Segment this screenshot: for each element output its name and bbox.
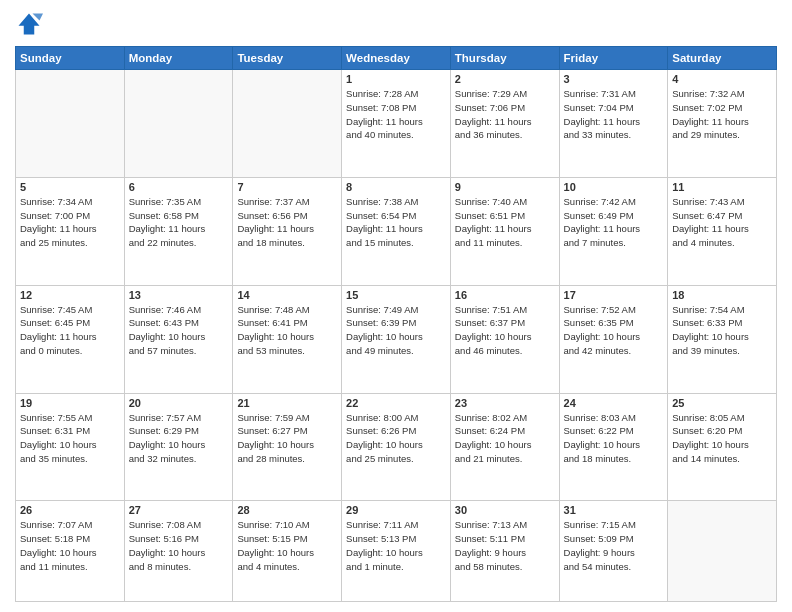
logo-icon: [15, 10, 43, 38]
page: SundayMondayTuesdayWednesdayThursdayFrid…: [0, 0, 792, 612]
day-number: 26: [20, 504, 120, 516]
day-info: Sunrise: 7:35 AM Sunset: 6:58 PM Dayligh…: [129, 195, 229, 250]
day-cell: 23Sunrise: 8:02 AM Sunset: 6:24 PM Dayli…: [450, 393, 559, 501]
day-cell: 3Sunrise: 7:31 AM Sunset: 7:04 PM Daylig…: [559, 70, 668, 178]
day-cell: 2Sunrise: 7:29 AM Sunset: 7:06 PM Daylig…: [450, 70, 559, 178]
header: [15, 10, 777, 38]
day-number: 14: [237, 289, 337, 301]
day-number: 18: [672, 289, 772, 301]
day-number: 19: [20, 397, 120, 409]
day-number: 25: [672, 397, 772, 409]
day-number: 11: [672, 181, 772, 193]
day-cell: 1Sunrise: 7:28 AM Sunset: 7:08 PM Daylig…: [342, 70, 451, 178]
day-info: Sunrise: 7:28 AM Sunset: 7:08 PM Dayligh…: [346, 87, 446, 142]
weekday-header-row: SundayMondayTuesdayWednesdayThursdayFrid…: [16, 47, 777, 70]
day-number: 5: [20, 181, 120, 193]
day-info: Sunrise: 7:40 AM Sunset: 6:51 PM Dayligh…: [455, 195, 555, 250]
day-number: 8: [346, 181, 446, 193]
day-number: 6: [129, 181, 229, 193]
day-cell: 11Sunrise: 7:43 AM Sunset: 6:47 PM Dayli…: [668, 177, 777, 285]
day-info: Sunrise: 7:54 AM Sunset: 6:33 PM Dayligh…: [672, 303, 772, 358]
day-info: Sunrise: 7:34 AM Sunset: 7:00 PM Dayligh…: [20, 195, 120, 250]
weekday-header-saturday: Saturday: [668, 47, 777, 70]
week-row-4: 19Sunrise: 7:55 AM Sunset: 6:31 PM Dayli…: [16, 393, 777, 501]
day-info: Sunrise: 7:13 AM Sunset: 5:11 PM Dayligh…: [455, 518, 555, 573]
day-info: Sunrise: 8:02 AM Sunset: 6:24 PM Dayligh…: [455, 411, 555, 466]
day-number: 17: [564, 289, 664, 301]
day-cell: 19Sunrise: 7:55 AM Sunset: 6:31 PM Dayli…: [16, 393, 125, 501]
day-cell: 22Sunrise: 8:00 AM Sunset: 6:26 PM Dayli…: [342, 393, 451, 501]
day-info: Sunrise: 7:42 AM Sunset: 6:49 PM Dayligh…: [564, 195, 664, 250]
day-number: 22: [346, 397, 446, 409]
day-cell: [233, 70, 342, 178]
day-info: Sunrise: 7:15 AM Sunset: 5:09 PM Dayligh…: [564, 518, 664, 573]
weekday-header-monday: Monday: [124, 47, 233, 70]
day-info: Sunrise: 7:07 AM Sunset: 5:18 PM Dayligh…: [20, 518, 120, 573]
weekday-header-friday: Friday: [559, 47, 668, 70]
day-cell: [124, 70, 233, 178]
day-info: Sunrise: 7:43 AM Sunset: 6:47 PM Dayligh…: [672, 195, 772, 250]
day-info: Sunrise: 7:59 AM Sunset: 6:27 PM Dayligh…: [237, 411, 337, 466]
day-cell: 16Sunrise: 7:51 AM Sunset: 6:37 PM Dayli…: [450, 285, 559, 393]
day-cell: 17Sunrise: 7:52 AM Sunset: 6:35 PM Dayli…: [559, 285, 668, 393]
day-number: 12: [20, 289, 120, 301]
day-cell: 5Sunrise: 7:34 AM Sunset: 7:00 PM Daylig…: [16, 177, 125, 285]
logo: [15, 10, 47, 38]
day-info: Sunrise: 7:37 AM Sunset: 6:56 PM Dayligh…: [237, 195, 337, 250]
day-info: Sunrise: 7:57 AM Sunset: 6:29 PM Dayligh…: [129, 411, 229, 466]
day-cell: 15Sunrise: 7:49 AM Sunset: 6:39 PM Dayli…: [342, 285, 451, 393]
day-info: Sunrise: 7:08 AM Sunset: 5:16 PM Dayligh…: [129, 518, 229, 573]
day-cell: 25Sunrise: 8:05 AM Sunset: 6:20 PM Dayli…: [668, 393, 777, 501]
day-info: Sunrise: 7:38 AM Sunset: 6:54 PM Dayligh…: [346, 195, 446, 250]
day-number: 31: [564, 504, 664, 516]
day-info: Sunrise: 8:00 AM Sunset: 6:26 PM Dayligh…: [346, 411, 446, 466]
day-cell: 26Sunrise: 7:07 AM Sunset: 5:18 PM Dayli…: [16, 501, 125, 602]
day-number: 10: [564, 181, 664, 193]
weekday-header-tuesday: Tuesday: [233, 47, 342, 70]
day-cell: 8Sunrise: 7:38 AM Sunset: 6:54 PM Daylig…: [342, 177, 451, 285]
day-number: 28: [237, 504, 337, 516]
day-cell: 20Sunrise: 7:57 AM Sunset: 6:29 PM Dayli…: [124, 393, 233, 501]
weekday-header-wednesday: Wednesday: [342, 47, 451, 70]
day-cell: 6Sunrise: 7:35 AM Sunset: 6:58 PM Daylig…: [124, 177, 233, 285]
day-info: Sunrise: 7:48 AM Sunset: 6:41 PM Dayligh…: [237, 303, 337, 358]
day-info: Sunrise: 7:51 AM Sunset: 6:37 PM Dayligh…: [455, 303, 555, 358]
day-cell: 31Sunrise: 7:15 AM Sunset: 5:09 PM Dayli…: [559, 501, 668, 602]
day-number: 7: [237, 181, 337, 193]
week-row-3: 12Sunrise: 7:45 AM Sunset: 6:45 PM Dayli…: [16, 285, 777, 393]
day-cell: 18Sunrise: 7:54 AM Sunset: 6:33 PM Dayli…: [668, 285, 777, 393]
day-cell: 13Sunrise: 7:46 AM Sunset: 6:43 PM Dayli…: [124, 285, 233, 393]
day-cell: 14Sunrise: 7:48 AM Sunset: 6:41 PM Dayli…: [233, 285, 342, 393]
day-cell: 24Sunrise: 8:03 AM Sunset: 6:22 PM Dayli…: [559, 393, 668, 501]
day-cell: 21Sunrise: 7:59 AM Sunset: 6:27 PM Dayli…: [233, 393, 342, 501]
day-info: Sunrise: 8:03 AM Sunset: 6:22 PM Dayligh…: [564, 411, 664, 466]
day-info: Sunrise: 7:29 AM Sunset: 7:06 PM Dayligh…: [455, 87, 555, 142]
day-number: 3: [564, 73, 664, 85]
weekday-header-thursday: Thursday: [450, 47, 559, 70]
day-number: 27: [129, 504, 229, 516]
day-number: 2: [455, 73, 555, 85]
day-info: Sunrise: 7:31 AM Sunset: 7:04 PM Dayligh…: [564, 87, 664, 142]
day-info: Sunrise: 7:55 AM Sunset: 6:31 PM Dayligh…: [20, 411, 120, 466]
day-info: Sunrise: 7:52 AM Sunset: 6:35 PM Dayligh…: [564, 303, 664, 358]
day-info: Sunrise: 7:49 AM Sunset: 6:39 PM Dayligh…: [346, 303, 446, 358]
day-info: Sunrise: 7:11 AM Sunset: 5:13 PM Dayligh…: [346, 518, 446, 573]
week-row-2: 5Sunrise: 7:34 AM Sunset: 7:00 PM Daylig…: [16, 177, 777, 285]
day-number: 4: [672, 73, 772, 85]
weekday-header-sunday: Sunday: [16, 47, 125, 70]
day-number: 30: [455, 504, 555, 516]
day-number: 24: [564, 397, 664, 409]
day-cell: [16, 70, 125, 178]
day-cell: [668, 501, 777, 602]
week-row-5: 26Sunrise: 7:07 AM Sunset: 5:18 PM Dayli…: [16, 501, 777, 602]
day-cell: 27Sunrise: 7:08 AM Sunset: 5:16 PM Dayli…: [124, 501, 233, 602]
day-number: 13: [129, 289, 229, 301]
day-cell: 7Sunrise: 7:37 AM Sunset: 6:56 PM Daylig…: [233, 177, 342, 285]
day-number: 21: [237, 397, 337, 409]
day-info: Sunrise: 7:45 AM Sunset: 6:45 PM Dayligh…: [20, 303, 120, 358]
day-number: 15: [346, 289, 446, 301]
day-number: 1: [346, 73, 446, 85]
day-info: Sunrise: 7:10 AM Sunset: 5:15 PM Dayligh…: [237, 518, 337, 573]
day-cell: 29Sunrise: 7:11 AM Sunset: 5:13 PM Dayli…: [342, 501, 451, 602]
day-number: 20: [129, 397, 229, 409]
